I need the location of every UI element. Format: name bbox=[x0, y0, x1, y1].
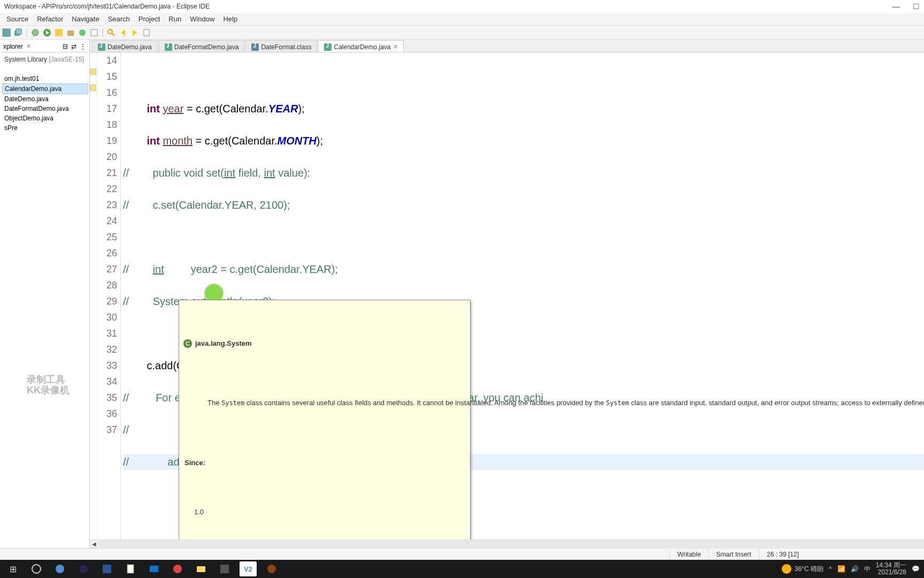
svg-point-3 bbox=[32, 29, 38, 36]
marker-strip bbox=[90, 52, 97, 539]
tray-network-icon[interactable]: 📶 bbox=[837, 565, 845, 573]
svg-rect-6 bbox=[55, 29, 63, 36]
tab-calendardemo[interactable]: CalendarDemo.java ✕ bbox=[318, 40, 403, 52]
notifications-icon[interactable]: 💬 bbox=[912, 565, 920, 573]
tray-ime-icon[interactable]: 中 bbox=[864, 565, 871, 574]
open-type-icon[interactable] bbox=[90, 28, 98, 37]
svg-point-8 bbox=[79, 29, 86, 36]
view-menu-icon[interactable]: ⋮ bbox=[80, 43, 86, 50]
menu-window[interactable]: Window bbox=[186, 15, 219, 23]
status-bar: Writable Smart Insert 26 : 39 [12] bbox=[0, 548, 924, 560]
run-icon[interactable] bbox=[43, 28, 51, 37]
javadoc-hover[interactable]: C java.lang.System The System class cont… bbox=[179, 300, 471, 539]
class-file-icon bbox=[251, 43, 259, 51]
package-explorer: xplorer ✕ ⊟ ⇄ ⋮ System Library [JavaSE-1… bbox=[0, 40, 90, 548]
explorer-tab-label[interactable]: xplorer bbox=[3, 43, 23, 50]
menu-source[interactable]: Source bbox=[2, 15, 33, 23]
svg-rect-22 bbox=[197, 566, 205, 572]
warning-marker-icon[interactable] bbox=[90, 85, 96, 91]
hover-since-label: Since: bbox=[179, 455, 470, 472]
java-file-icon bbox=[324, 43, 332, 51]
tray-volume-icon[interactable]: 🔊 bbox=[851, 565, 859, 573]
scroll-left-icon[interactable]: ◀ bbox=[90, 540, 98, 549]
svg-marker-12 bbox=[121, 29, 125, 36]
package-node[interactable]: om.jh.test01 bbox=[2, 74, 88, 83]
taskbar-clock[interactable]: 14:34 周一 2021/6/28 bbox=[876, 562, 906, 576]
editor-tabs: DateDemo.java DateFormatDemo.java DateFo… bbox=[90, 40, 924, 52]
file-calendardemo[interactable]: CalendarDemo.java bbox=[2, 83, 88, 94]
windows-taskbar: ⊞ V2 36°C 晴朗 ^ 📶 🔊 中 14:34 周一 2021/6/28 … bbox=[0, 560, 924, 578]
close-tab-icon[interactable]: ✕ bbox=[393, 43, 398, 50]
horizontal-scrollbar[interactable]: ◀ bbox=[90, 539, 924, 548]
maximize-button[interactable]: ☐ bbox=[913, 2, 920, 11]
link-editor-icon[interactable]: ⇄ bbox=[71, 43, 76, 50]
task-v2-icon[interactable]: V2 bbox=[240, 561, 257, 576]
menu-project[interactable]: Project bbox=[134, 15, 164, 23]
task-eclipse-icon[interactable] bbox=[75, 561, 92, 576]
jre-library-node[interactable]: System Library [JavaSE-15] bbox=[2, 55, 88, 64]
menu-navigate[interactable]: Navigate bbox=[67, 15, 103, 23]
menu-refactor[interactable]: Refactor bbox=[33, 15, 67, 23]
coverage-icon[interactable] bbox=[55, 28, 63, 37]
explorer-close-icon[interactable]: ✕ bbox=[26, 43, 31, 50]
hover-title: java.lang.System bbox=[195, 336, 252, 352]
task-app2-icon[interactable] bbox=[216, 561, 233, 576]
hover-description: The System class contains several useful… bbox=[179, 386, 470, 423]
status-writable: Writable bbox=[669, 549, 709, 560]
title-bar: Workspace - APIPro/src/com/jh/test01/Cal… bbox=[0, 0, 924, 13]
tab-dateformat-class[interactable]: DateFormat.class bbox=[245, 40, 317, 52]
line-number-gutter: 14 15 16 17 18 19 20 21 22 23 24 25 26 2… bbox=[97, 52, 121, 539]
svg-point-24 bbox=[267, 565, 276, 573]
task-app-icon[interactable] bbox=[169, 561, 186, 576]
status-cursor-position: 26 : 39 [12] bbox=[759, 549, 806, 560]
task-app3-icon[interactable] bbox=[263, 561, 280, 576]
back-icon[interactable] bbox=[119, 28, 127, 37]
file-objectdemo[interactable]: ObjectDemo.java bbox=[2, 113, 88, 123]
tray-chevron-icon[interactable]: ^ bbox=[829, 565, 832, 573]
task-ie-icon[interactable] bbox=[51, 561, 68, 576]
svg-rect-23 bbox=[220, 565, 229, 573]
task-word-icon[interactable] bbox=[98, 561, 116, 576]
node-spre[interactable]: sPre bbox=[2, 123, 88, 133]
minimize-button[interactable]: — bbox=[892, 2, 900, 11]
taskbar-weather[interactable]: 36°C 晴朗 bbox=[782, 564, 823, 574]
svg-rect-9 bbox=[91, 29, 97, 36]
forward-icon[interactable] bbox=[130, 28, 139, 37]
file-dateformatdemo[interactable]: DateFormatDemo.java bbox=[2, 104, 88, 113]
svg-point-15 bbox=[32, 565, 41, 573]
new-class-icon[interactable] bbox=[78, 28, 87, 37]
collapse-all-icon[interactable]: ⊟ bbox=[63, 43, 68, 50]
status-insert-mode: Smart Insert bbox=[709, 549, 759, 560]
svg-rect-0 bbox=[3, 29, 10, 36]
task-photos-icon[interactable] bbox=[145, 561, 163, 576]
java-file-icon bbox=[98, 43, 105, 51]
tab-dateformatdemo[interactable]: DateFormatDemo.java bbox=[159, 40, 245, 52]
menu-search[interactable]: Search bbox=[104, 15, 134, 23]
svg-point-17 bbox=[79, 565, 88, 573]
svg-rect-2 bbox=[16, 29, 21, 34]
save-all-icon[interactable] bbox=[14, 28, 22, 37]
hover-since-value: 1.0 bbox=[179, 504, 470, 523]
warning-marker-icon[interactable] bbox=[90, 69, 96, 75]
search-icon[interactable] bbox=[107, 28, 116, 37]
debug-icon[interactable] bbox=[31, 28, 40, 37]
toolbar: | | bbox=[0, 26, 924, 40]
task-explorer-icon[interactable] bbox=[192, 561, 210, 576]
menu-run[interactable]: Run bbox=[164, 15, 186, 23]
tab-datedemo[interactable]: DateDemo.java bbox=[92, 40, 158, 52]
code-editor[interactable]: int year = c.get(Calendar.YEAR); int mon… bbox=[121, 52, 924, 539]
svg-rect-19 bbox=[127, 565, 134, 573]
task-notepad-icon[interactable] bbox=[122, 561, 139, 576]
new-package-icon[interactable] bbox=[66, 28, 75, 37]
pin-icon[interactable] bbox=[142, 28, 151, 37]
svg-rect-18 bbox=[103, 565, 111, 573]
svg-point-21 bbox=[173, 565, 182, 573]
file-datedemo[interactable]: DateDemo.java bbox=[2, 94, 88, 104]
task-obs-icon[interactable] bbox=[28, 561, 45, 576]
svg-rect-14 bbox=[144, 29, 149, 36]
start-button[interactable]: ⊞ bbox=[4, 561, 21, 576]
save-icon[interactable] bbox=[2, 28, 11, 37]
menu-help[interactable]: Help bbox=[219, 15, 242, 23]
menu-bar: Source Refactor Navigate Search Project … bbox=[0, 13, 924, 26]
svg-point-10 bbox=[108, 29, 112, 34]
